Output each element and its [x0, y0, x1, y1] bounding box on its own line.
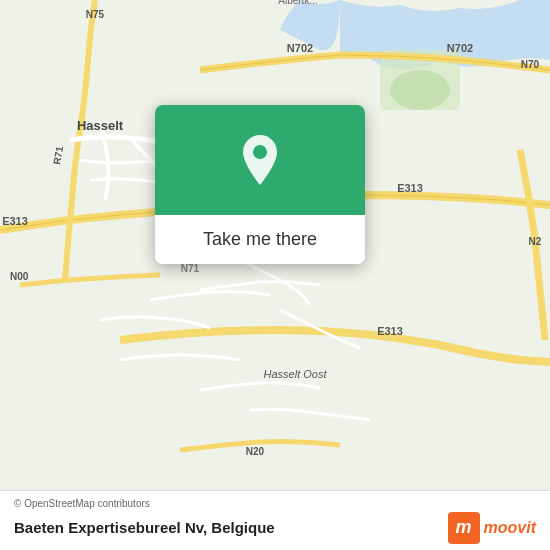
location-pin-icon	[238, 133, 282, 187]
svg-text:N702: N702	[287, 42, 313, 54]
svg-text:E313: E313	[377, 325, 403, 337]
moovit-logo: m moovit	[448, 512, 536, 544]
svg-text:N702: N702	[447, 42, 473, 54]
moovit-m-icon: m	[448, 512, 480, 544]
svg-text:N00: N00	[10, 271, 29, 282]
popup-top	[155, 105, 365, 215]
svg-text:Albertk...: Albertk...	[278, 0, 317, 6]
take-me-there-button[interactable]: Take me there	[155, 215, 365, 264]
svg-text:E313: E313	[2, 215, 28, 227]
bottom-bar: © OpenStreetMap contributors Baeten Expe…	[0, 490, 550, 550]
svg-text:N70: N70	[521, 59, 540, 70]
popup-card: Take me there	[155, 105, 365, 264]
svg-text:N20: N20	[246, 446, 265, 457]
svg-text:N2: N2	[529, 236, 542, 247]
moovit-text: moovit	[484, 519, 536, 537]
svg-text:Hasselt: Hasselt	[77, 118, 124, 133]
map-attribution: © OpenStreetMap contributors	[14, 498, 536, 509]
svg-text:Hasselt Oost: Hasselt Oost	[264, 368, 328, 380]
svg-point-18	[253, 145, 267, 159]
svg-text:N71: N71	[181, 263, 200, 274]
svg-point-2	[390, 70, 450, 110]
place-name: Baeten Expertisebureel Nv, Belgique	[14, 519, 275, 536]
svg-text:N75: N75	[86, 9, 105, 20]
bottom-row: Baeten Expertisebureel Nv, Belgique m mo…	[14, 512, 536, 544]
map-container: N702 N702 R71 E313 E313 N00 N2 E313 N20 …	[0, 0, 550, 490]
svg-text:E313: E313	[397, 182, 423, 194]
